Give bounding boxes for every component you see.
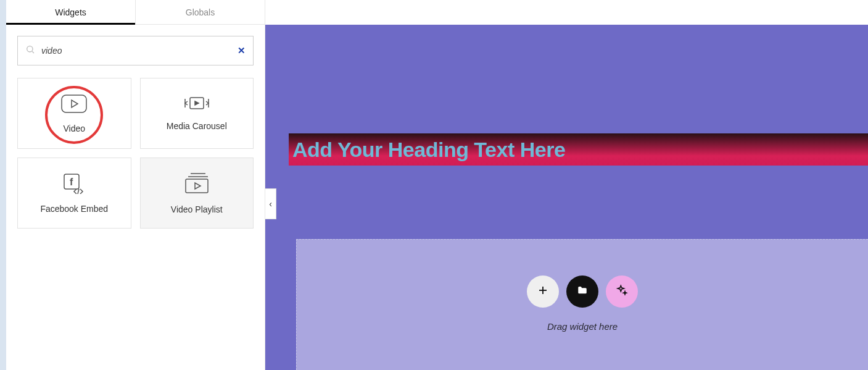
folder-icon [577, 285, 588, 299]
widget-label: Video [63, 124, 85, 133]
tab-globals-label: Globals [186, 7, 215, 17]
svg-text:f: f [70, 177, 73, 187]
widget-item-video[interactable]: Video [17, 78, 131, 149]
add-widget-button[interactable] [527, 275, 559, 308]
svg-marker-5 [195, 101, 199, 105]
widget-item-facebook-embed[interactable]: f Facebook Embed [17, 158, 131, 229]
heading-text: Add Your Heading Text Here [292, 138, 565, 162]
svg-rect-2 [62, 95, 86, 112]
svg-marker-14 [195, 183, 200, 189]
tab-widgets[interactable]: Widgets [6, 0, 135, 24]
ai-assist-button[interactable] [606, 275, 638, 308]
clear-search-icon[interactable]: ✕ [238, 45, 246, 56]
widgets-sidebar: Widgets Globals ✕ Video [6, 0, 265, 370]
facebook-embed-icon: f [60, 173, 88, 196]
tab-widgets-label: Widgets [55, 7, 86, 17]
widget-label: Video Playlist [171, 204, 223, 214]
template-library-button[interactable] [566, 275, 598, 308]
widget-item-media-carousel[interactable]: Media Carousel [140, 78, 254, 149]
dropzone-hint: Drag widget here [547, 321, 618, 332]
widget-label: Media Carousel [167, 121, 227, 131]
widget-search: ✕ [17, 36, 254, 65]
canvas-area: Add Your Heading Text Here [265, 6, 868, 370]
tab-globals[interactable]: Globals [135, 0, 265, 24]
sidebar-body: ✕ Video [6, 25, 265, 240]
sidebar-tabs: Widgets Globals [6, 0, 265, 25]
svg-point-0 [27, 46, 33, 52]
sparkle-icon [616, 284, 628, 300]
svg-marker-3 [72, 100, 78, 107]
svg-line-10 [78, 189, 79, 194]
widget-item-video-playlist[interactable]: Video Playlist [140, 158, 254, 229]
carousel-icon [181, 96, 212, 114]
chevron-left-icon: ‹ [269, 199, 272, 209]
svg-line-1 [32, 51, 34, 53]
search-input[interactable] [41, 46, 238, 56]
sidebar-collapse-handle[interactable]: ‹ [265, 188, 276, 219]
plus-icon [537, 285, 548, 299]
video-playlist-icon [183, 172, 210, 197]
widget-label: Facebook Embed [40, 204, 108, 214]
dropzone-buttons [527, 275, 638, 308]
video-icon [60, 94, 88, 116]
heading-widget[interactable]: Add Your Heading Text Here [289, 133, 868, 166]
svg-rect-13 [186, 179, 208, 193]
widget-grid: Video Media Carousel [17, 78, 254, 229]
app-left-strip [0, 0, 6, 370]
widget-dropzone[interactable]: Drag widget here [296, 239, 868, 370]
search-icon [25, 44, 35, 57]
